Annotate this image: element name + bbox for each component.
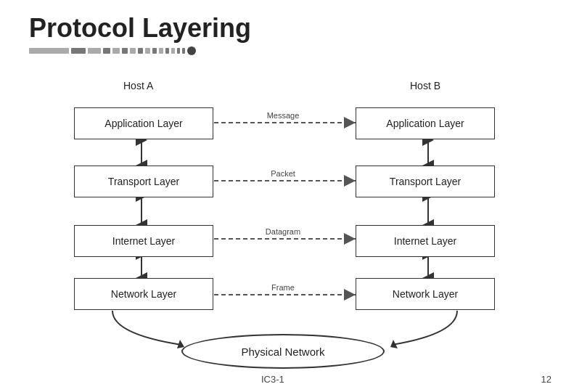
host-a-label: Host A bbox=[123, 80, 153, 91]
bar-9 bbox=[145, 48, 150, 54]
network-layer-a: Network Layer bbox=[74, 278, 213, 310]
bar-12 bbox=[165, 48, 169, 54]
curve-network-b-physical bbox=[392, 311, 457, 345]
footer-right: 12 bbox=[541, 374, 551, 385]
bar-13 bbox=[171, 48, 175, 54]
message-label: Message bbox=[267, 111, 300, 120]
bar-8 bbox=[138, 48, 143, 54]
footer-left: IC3-1 bbox=[261, 374, 284, 385]
internet-layer-a: Internet Layer bbox=[74, 225, 213, 257]
app-layer-a: Application Layer bbox=[74, 107, 213, 139]
bar-4 bbox=[103, 48, 110, 54]
transport-layer-b: Transport Layer bbox=[356, 166, 495, 197]
bar-7 bbox=[130, 48, 136, 54]
datagram-label: Datagram bbox=[266, 227, 300, 236]
curve-arrow-right bbox=[390, 340, 398, 348]
curve-network-a-physical bbox=[112, 311, 181, 345]
bar-1 bbox=[29, 48, 69, 54]
packet-label: Packet bbox=[271, 169, 295, 178]
bar-5 bbox=[112, 48, 120, 54]
title-area: Protocol Layering bbox=[0, 0, 566, 55]
bar-15 bbox=[182, 48, 185, 54]
bar-3 bbox=[88, 48, 101, 54]
bar-11 bbox=[159, 48, 163, 54]
internet-layer-b: Internet Layer bbox=[356, 225, 495, 257]
bar-2 bbox=[71, 48, 86, 54]
page-title: Protocol Layering bbox=[29, 13, 537, 44]
physical-network: Physical Network bbox=[181, 334, 385, 369]
network-layer-b: Network Layer bbox=[356, 278, 495, 310]
bar-dot bbox=[187, 46, 196, 55]
title-underline bbox=[29, 46, 537, 55]
bar-14 bbox=[177, 48, 180, 54]
bar-10 bbox=[152, 48, 157, 54]
app-layer-b: Application Layer bbox=[356, 107, 495, 139]
transport-layer-a: Transport Layer bbox=[74, 166, 213, 197]
host-b-label: Host B bbox=[410, 80, 440, 91]
frame-label: Frame bbox=[271, 283, 295, 292]
bar-6 bbox=[122, 48, 128, 54]
